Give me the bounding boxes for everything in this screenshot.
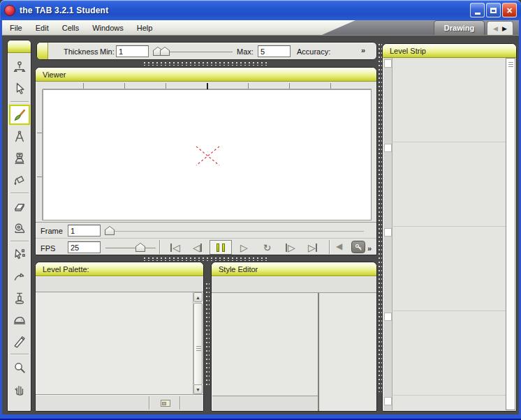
style-editor-main-area[interactable] — [212, 293, 319, 411]
room-tab-drawing[interactable]: Drawing — [434, 20, 485, 35]
zoom-tool[interactable] — [9, 357, 30, 377]
fill-icon — [13, 173, 27, 187]
workspace: Thickness Min: Max: Accuracy: » Viewer — [2, 36, 519, 414]
pause-icon — [222, 243, 225, 252]
panel-resize-grip[interactable] — [205, 283, 210, 387]
type-tool[interactable] — [9, 148, 30, 168]
frame-slider-handle[interactable] — [105, 226, 115, 235]
frame-number-cell[interactable] — [384, 144, 392, 152]
fps-slider-track[interactable] — [105, 248, 156, 248]
level-strip-row[interactable] — [393, 396, 506, 412]
scroll-up-button[interactable]: ▲ — [193, 292, 203, 302]
horizontal-ruler — [43, 83, 372, 89]
animate-tool[interactable] — [9, 57, 30, 77]
pause-button[interactable] — [210, 240, 232, 255]
selection-icon — [13, 82, 27, 96]
pump-tool[interactable] — [9, 287, 30, 308]
level-palette-content[interactable] — [36, 292, 193, 394]
maximize-button[interactable] — [486, 3, 501, 17]
cutter-tool[interactable] — [9, 331, 30, 351]
scrollbar-thumb[interactable] — [193, 303, 203, 385]
frame-number-cell[interactable] — [384, 228, 392, 237]
key-toggle-button[interactable] — [351, 241, 365, 253]
selection-tool[interactable] — [9, 78, 30, 98]
next-frame-button[interactable]: ▷ — [279, 240, 301, 255]
thumb-grip — [196, 348, 201, 349]
level-palette-bottom-bar — [36, 394, 203, 411]
brush-tool[interactable] — [9, 105, 30, 125]
level-strip-row[interactable] — [393, 227, 506, 311]
tool-panel-header[interactable] — [8, 40, 31, 53]
fps-label: FPS — [41, 244, 55, 253]
iron-tool[interactable] — [9, 309, 30, 329]
tool-separator — [10, 193, 29, 193]
options-overflow-icon[interactable]: » — [361, 46, 365, 54]
menu-file[interactable]: File — [3, 21, 29, 35]
pinch-tool[interactable] — [9, 266, 30, 286]
title-bar[interactable]: the TAB 3.2.1 Student × — [0, 0, 521, 20]
style-editor-title[interactable]: Style Editor — [212, 262, 376, 276]
menu-windows[interactable]: Windows — [86, 21, 131, 35]
scroll-up-icon: ▲ — [196, 295, 200, 300]
app-logo-icon — [4, 5, 15, 16]
play-button[interactable]: ▷ — [233, 240, 255, 255]
prev-frame-button[interactable]: ◁ — [186, 240, 209, 255]
panel-resize-grip[interactable] — [143, 61, 269, 66]
tool-options-bar: Thickness Min: Max: Accuracy: » — [36, 42, 377, 60]
hand-tool[interactable] — [9, 379, 30, 399]
pinch-icon — [13, 269, 27, 283]
panel-resize-grip[interactable] — [143, 257, 269, 261]
fill-tool[interactable] — [9, 170, 30, 190]
style-editor-side-area[interactable] — [321, 293, 376, 411]
frame-number-cell[interactable] — [384, 59, 392, 68]
key-icon — [354, 243, 363, 252]
frame-number-cell[interactable] — [384, 313, 392, 321]
menu-cells[interactable]: Cells — [56, 21, 86, 35]
next-room-icon[interactable]: ▶ — [502, 25, 507, 32]
level-strip-frames[interactable] — [393, 58, 506, 410]
playback-overflow-icon[interactable]: » — [367, 244, 371, 253]
flip-direction-icon[interactable]: ◀ — [336, 241, 342, 251]
level-strip-row[interactable] — [393, 142, 506, 227]
level-palette-scrollbar[interactable]: ▲ ▼ — [193, 292, 203, 394]
scroll-down-button[interactable]: ▼ — [193, 384, 203, 394]
hand-icon — [13, 382, 27, 396]
close-button[interactable]: × — [502, 3, 517, 17]
level-strip-row[interactable] — [393, 311, 506, 396]
loop-button[interactable]: ↻ — [256, 240, 278, 255]
menu-edit[interactable]: Edit — [29, 21, 56, 35]
drawing-canvas[interactable] — [43, 89, 372, 220]
frame-slider-track[interactable] — [105, 231, 364, 232]
viewer-title[interactable]: Viewer — [36, 68, 376, 82]
menu-items: FileEditCellsWindowsHelp — [3, 20, 159, 35]
eraser-icon — [13, 200, 27, 213]
ruler-center-tick — [207, 83, 208, 89]
tool-separator — [10, 354, 29, 354]
new-page-button[interactable] — [155, 397, 176, 409]
level-strip-row[interactable] — [393, 58, 506, 142]
level-palette-title[interactable]: Level Palette: — [36, 262, 203, 276]
maximize-icon — [490, 8, 497, 13]
thickness-max-handle[interactable] — [160, 47, 170, 56]
prev-room-icon[interactable]: ◀ — [493, 25, 498, 32]
level-strip-title[interactable]: Level Strip — [383, 44, 516, 58]
geometry-tool[interactable] — [9, 126, 30, 147]
eraser-tool[interactable] — [9, 196, 30, 216]
last-frame-button[interactable]: ▷ — [302, 240, 324, 255]
frame-number-cell[interactable] — [384, 397, 392, 405]
frame-input[interactable] — [68, 225, 101, 237]
menu-help[interactable]: Help — [131, 21, 160, 35]
fps-slider-handle[interactable] — [135, 243, 145, 252]
control-point-editor-tool[interactable] — [9, 244, 30, 264]
thickness-max-input[interactable] — [258, 45, 291, 57]
tool-options-tab[interactable] — [37, 43, 48, 59]
first-frame-button[interactable]: ◁ — [163, 240, 186, 255]
tape-icon — [13, 221, 27, 235]
thickness-min-input[interactable] — [116, 45, 149, 57]
tape-tool[interactable] — [9, 218, 30, 238]
level-strip-scrollbar[interactable] — [506, 58, 515, 410]
minimize-button[interactable] — [470, 3, 485, 17]
accuracy-label: Accuracy: — [297, 47, 330, 56]
close-icon: × — [506, 5, 512, 16]
fps-input[interactable] — [68, 241, 101, 253]
